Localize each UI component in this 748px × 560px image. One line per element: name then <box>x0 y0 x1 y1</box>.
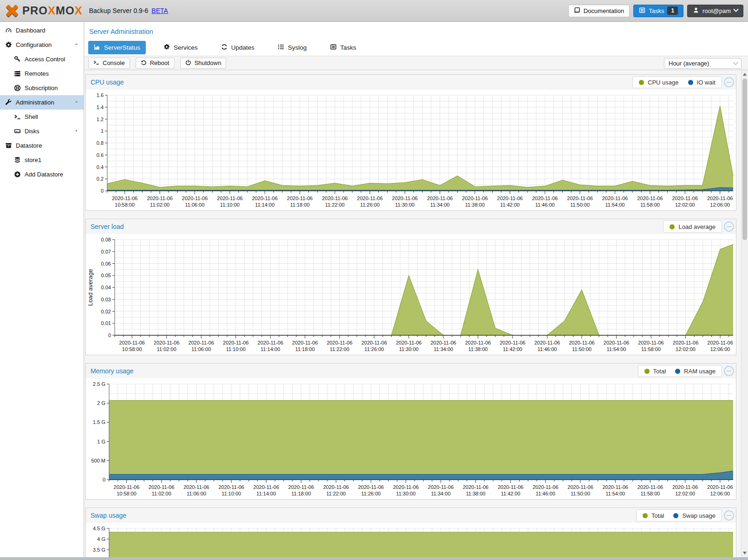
svg-text:10:58:00: 10:58:00 <box>122 346 142 352</box>
svg-text:500 M: 500 M <box>91 458 105 463</box>
svg-text:11:30:00: 11:30:00 <box>399 346 418 352</box>
svg-text:2020-11-06: 2020-11-06 <box>465 340 491 345</box>
svg-text:11:22:00: 11:22:00 <box>330 346 349 352</box>
scroll-down-icon[interactable] <box>743 552 747 554</box>
svg-text:2020-11-06: 2020-11-06 <box>462 195 488 201</box>
svg-text:2020-11-06: 2020-11-06 <box>427 195 453 201</box>
svg-text:0.05: 0.05 <box>101 273 111 278</box>
shutdown-button[interactable]: Shutdown <box>180 58 227 69</box>
collapse-panel-icon[interactable] <box>724 510 734 521</box>
chevron-down-icon <box>733 59 738 65</box>
vertical-scrollbar[interactable] <box>741 70 748 557</box>
scroll-up-icon[interactable] <box>743 73 747 76</box>
tab-tasks[interactable]: Tasks <box>325 41 362 54</box>
tab-bar: ServerStatusServicesUpdatesSyslogTasks <box>88 41 748 54</box>
proxmox-backup-app: PROXMOX Backup Server 0.9-6 BETA Documen… <box>0 0 748 560</box>
svg-text:11:18:00: 11:18:00 <box>292 491 311 496</box>
svg-text:11:14:00: 11:14:00 <box>255 202 274 208</box>
sidebar-item-configuration[interactable]: Configuration <box>0 38 84 52</box>
sidebar-item-label: Configuration <box>16 41 52 48</box>
sidebar-item-store1[interactable]: store1 <box>0 153 84 167</box>
svg-text:Load average: Load average <box>87 269 94 306</box>
dashboard-icon <box>5 27 12 34</box>
svg-text:0.08: 0.08 <box>101 237 111 242</box>
svg-text:11:22:00: 11:22:00 <box>325 202 345 208</box>
datastore-icon <box>5 142 12 150</box>
console-button[interactable]: Console <box>88 58 130 69</box>
svg-text:11:26:00: 11:26:00 <box>361 491 381 496</box>
svg-text:11:54:00: 11:54:00 <box>605 491 625 496</box>
chart-area-icon <box>94 44 100 52</box>
page-title: Server Administration <box>85 22 748 35</box>
svg-text:2020-11-06: 2020-11-06 <box>287 195 312 201</box>
svg-text:0.06: 0.06 <box>101 261 111 267</box>
svg-text:11:50:00: 11:50:00 <box>572 346 592 352</box>
chevron-down-icon[interactable] <box>74 41 79 48</box>
scrollbar-thumb[interactable] <box>742 78 747 240</box>
sidebar-item-remotes[interactable]: Remotes <box>0 66 84 81</box>
sidebar-item-subscription[interactable]: Subscription <box>0 81 84 95</box>
sidebar-item-add-datastore[interactable]: Add Datastore <box>0 167 84 182</box>
svg-text:2020-11-06: 2020-11-06 <box>637 195 663 201</box>
svg-text:11:18:00: 11:18:00 <box>295 346 315 352</box>
chevron-right-icon[interactable] <box>74 128 79 135</box>
svg-text:2020-11-06: 2020-11-06 <box>252 195 278 201</box>
user-icon <box>693 7 699 15</box>
svg-text:11:10:00: 11:10:00 <box>226 346 246 352</box>
collapse-panel-icon[interactable] <box>724 221 734 232</box>
list-icon <box>278 44 284 52</box>
charts-scroll-area: CPU usage CPU usageIO wait 00.20.40.60.8… <box>85 70 748 557</box>
reboot-button[interactable]: Reboot <box>136 58 175 69</box>
svg-text:11:58:00: 11:58:00 <box>641 346 661 352</box>
disk-icon <box>13 128 21 135</box>
sidebar-item-dashboard[interactable]: Dashboard <box>0 23 84 38</box>
user-menu-button[interactable]: root@pam <box>687 5 743 17</box>
tasks-button[interactable]: Tasks 1 <box>633 5 683 17</box>
svg-text:2020-11-06: 2020-11-06 <box>393 484 418 490</box>
tab-syslog[interactable]: Syslog <box>272 41 312 54</box>
svg-text:0.01: 0.01 <box>101 320 111 326</box>
beta-link[interactable]: BETA <box>151 7 168 14</box>
svg-text:2020-11-06: 2020-11-06 <box>114 484 139 490</box>
svg-text:11:30:00: 11:30:00 <box>396 491 416 496</box>
svg-text:2020-11-06: 2020-11-06 <box>217 195 242 201</box>
power-icon <box>185 59 191 67</box>
database-icon <box>13 156 21 164</box>
sidebar-item-access-control[interactable]: Access Control <box>0 52 84 66</box>
documentation-button[interactable]: Documentation <box>568 5 630 17</box>
legend-dot-icon <box>643 513 648 518</box>
svg-text:2020-11-06: 2020-11-06 <box>147 195 172 201</box>
tasks-icon <box>330 44 337 52</box>
tab-services[interactable]: Services <box>158 41 203 54</box>
svg-text:2020-11-06: 2020-11-06 <box>292 340 318 345</box>
tab-updates[interactable]: Updates <box>215 41 260 54</box>
svg-text:11:34:00: 11:34:00 <box>431 491 450 496</box>
sidebar-item-administration[interactable]: Administration <box>0 95 84 110</box>
memory-usage-panel: Memory usage TotalRAM usage 0500 M1 G1.5… <box>85 363 736 500</box>
legend-item: Total <box>643 512 664 519</box>
svg-text:2020-11-06: 2020-11-06 <box>463 484 488 490</box>
svg-text:11:26:00: 11:26:00 <box>360 202 380 208</box>
terminal-icon <box>13 113 21 121</box>
collapse-panel-icon[interactable] <box>724 77 734 87</box>
sidebar-item-disks[interactable]: Disks <box>0 124 84 138</box>
svg-text:11:42:00: 11:42:00 <box>503 346 522 352</box>
svg-text:2020-11-06: 2020-11-06 <box>223 340 248 345</box>
lifering-icon <box>13 85 21 92</box>
remotes-icon <box>13 70 21 78</box>
collapse-panel-icon[interactable] <box>724 366 734 376</box>
tab-serverstatus[interactable]: ServerStatus <box>88 41 146 54</box>
window-bottom-edge <box>0 557 748 560</box>
sidebar-item-shell[interactable]: Shell <box>0 110 84 124</box>
svg-text:11:46:00: 11:46:00 <box>535 202 555 208</box>
svg-text:11:38:00: 11:38:00 <box>466 491 485 496</box>
sidebar-item-datastore[interactable]: Datastore <box>0 138 84 153</box>
svg-text:2020-11-06: 2020-11-06 <box>119 340 145 345</box>
time-range-select[interactable]: Hour (average) <box>664 58 741 69</box>
svg-text:0: 0 <box>108 332 111 338</box>
svg-text:2020-11-06: 2020-11-06 <box>361 340 387 345</box>
svg-text:11:34:00: 11:34:00 <box>430 202 449 208</box>
server-load-panel: Server load Load average 00.010.020.030.… <box>85 219 736 355</box>
svg-text:2020-11-06: 2020-11-06 <box>533 484 558 490</box>
chevron-down-icon[interactable] <box>74 99 79 106</box>
